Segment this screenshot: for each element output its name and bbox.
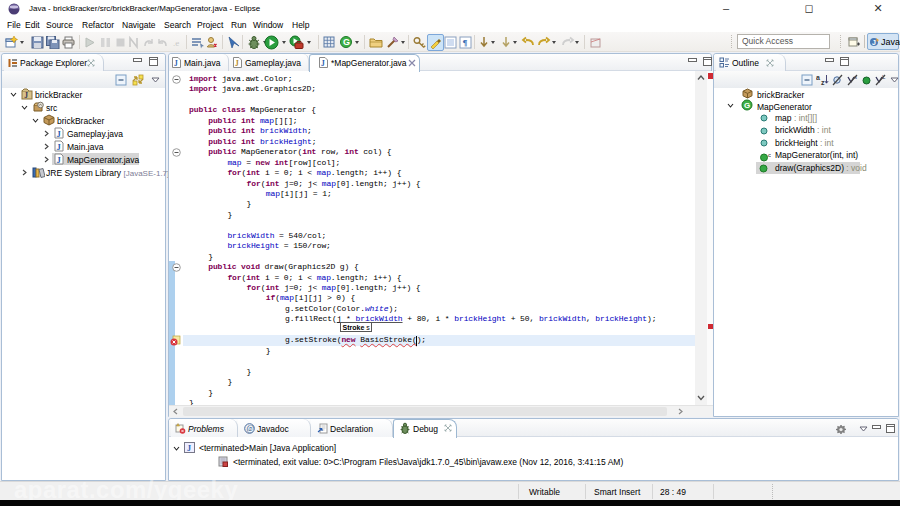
svg-text:J: J: [57, 142, 62, 152]
svg-text:¶: ¶: [462, 38, 467, 48]
svg-text:J: J: [235, 59, 239, 68]
svg-text:c: c: [768, 152, 771, 158]
svg-text:@: @: [246, 424, 253, 433]
svg-text:J: J: [57, 155, 62, 165]
svg-text:G: G: [343, 37, 350, 47]
svg-text:a: a: [816, 74, 820, 81]
svg-text:z: z: [821, 79, 825, 86]
svg-text:G: G: [744, 101, 750, 110]
svg-text:J: J: [24, 91, 28, 100]
svg-text:J: J: [57, 129, 62, 139]
svg-text:J: J: [321, 59, 325, 68]
svg-text:J: J: [187, 444, 191, 453]
svg-text:J: J: [872, 39, 876, 46]
svg-text:.e: .e: [173, 38, 179, 48]
svg-text:J: J: [174, 59, 178, 68]
